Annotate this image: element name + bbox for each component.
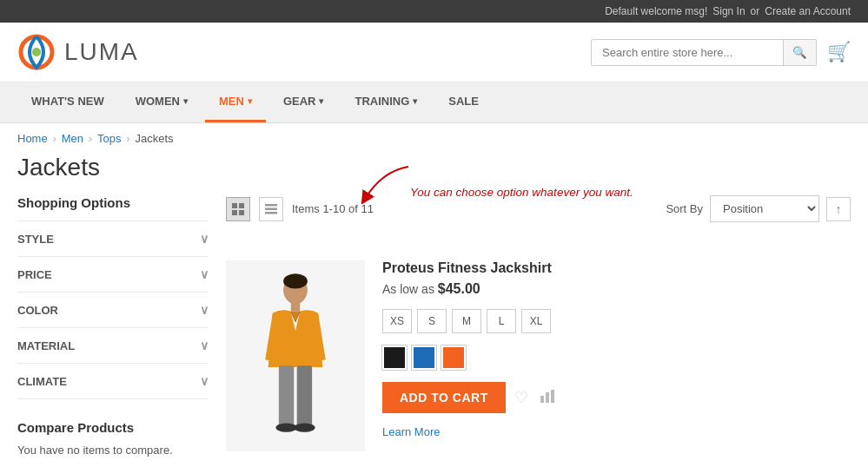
top-bar: Default welcome msg! Sign In or Create a…: [0, 0, 868, 23]
breadcrumb: Home › Men › Tops › Jackets: [0, 123, 868, 154]
price-value: $45.00: [438, 281, 480, 296]
filter-material-label: MATERIAL: [17, 339, 75, 352]
svg-rect-6: [265, 204, 277, 207]
size-l[interactable]: L: [487, 309, 516, 333]
search-input[interactable]: [592, 40, 783, 65]
toolbar: Items 1-10 of 11 Sort By Position Produc…: [226, 195, 851, 233]
color-orange[interactable]: [441, 345, 466, 370]
product-info: Proteus Fitness Jackshirt As low as $45.…: [382, 260, 851, 451]
filter-climate-label: CLIMATE: [17, 375, 67, 388]
sort-label: Sort By: [666, 202, 703, 215]
svg-rect-7: [265, 207, 277, 210]
compare-icon[interactable]: [540, 389, 556, 406]
list-icon: [265, 203, 277, 215]
wishlist-icon[interactable]: ♡: [514, 388, 528, 407]
toolbar-right: Sort By Position Product Name Price ↑: [666, 195, 851, 222]
main-nav: What's New Women ▾ Men ▾ Gear ▾ Training…: [0, 82, 868, 123]
header-right: 🔍 🛒: [591, 39, 851, 66]
cart-icon[interactable]: 🛒: [827, 41, 851, 63]
nav-item-whats-new[interactable]: What's New: [17, 82, 118, 122]
chevron-down-icon: ∨: [200, 339, 209, 352]
color-blue[interactable]: [412, 345, 436, 370]
svg-rect-8: [265, 212, 277, 214]
chevron-down-icon: ▾: [248, 96, 252, 106]
svg-rect-18: [551, 390, 554, 403]
nav-item-men[interactable]: Men ▾: [205, 82, 266, 122]
svg-rect-12: [279, 365, 294, 426]
luma-logo-icon: [17, 33, 56, 71]
items-count: Items 1-10 of 11: [292, 202, 374, 215]
product-area: You can choose option whatever you want.: [226, 195, 851, 465]
product-name: Proteus Fitness Jackshirt: [382, 260, 851, 276]
view-grid-button[interactable]: [226, 197, 250, 221]
svg-point-14: [275, 423, 296, 431]
filter-color[interactable]: COLOR ∨: [17, 293, 209, 328]
breadcrumb-home[interactable]: Home: [17, 132, 48, 145]
filter-style[interactable]: STYLE ∨: [17, 221, 209, 257]
breadcrumb-sep: ›: [89, 133, 92, 145]
product-price: As low as $45.00: [382, 281, 851, 297]
chevron-down-icon: ∨: [200, 267, 209, 281]
breadcrumb-tops[interactable]: Tops: [97, 132, 121, 145]
product-card: Proteus Fitness Jackshirt As low as $45.…: [226, 247, 851, 465]
chevron-down-icon: ∨: [200, 303, 209, 317]
chevron-down-icon: ▾: [413, 96, 417, 106]
size-options: XS S M L XL: [382, 309, 851, 333]
price-label: As low as: [382, 282, 434, 296]
add-to-cart-button[interactable]: Add to Cart: [382, 382, 506, 413]
sort-asc-button[interactable]: ↑: [826, 197, 851, 221]
logo[interactable]: LUMA: [17, 33, 139, 71]
page-title: Jackets: [0, 154, 868, 195]
chevron-down-icon: ∨: [200, 232, 209, 246]
chevron-down-icon: ∨: [200, 374, 209, 388]
main-layout: Shopping Options STYLE ∨ PRICE ∨ COLOR ∨…: [0, 195, 868, 465]
chevron-down-icon: ▾: [319, 96, 323, 106]
svg-rect-2: [232, 203, 237, 208]
compare-title: Compare Products: [17, 420, 209, 435]
breadcrumb-sep: ›: [126, 133, 129, 145]
create-account-link[interactable]: Create an Account: [765, 5, 851, 17]
filter-climate[interactable]: CLIMATE ∨: [17, 364, 209, 399]
toolbar-left: Items 1-10 of 11: [226, 197, 374, 221]
search-button[interactable]: 🔍: [783, 40, 816, 65]
chevron-down-icon: ▾: [183, 96, 188, 106]
color-options: [382, 345, 851, 370]
svg-rect-13: [297, 365, 312, 426]
product-image: [226, 260, 365, 451]
filter-style-label: STYLE: [17, 233, 54, 246]
compare-text: You have no items to compare.: [17, 444, 209, 457]
view-list-button[interactable]: [259, 197, 283, 221]
svg-rect-17: [546, 392, 549, 403]
svg-rect-3: [239, 203, 244, 208]
product-actions: Add to Cart ♡: [382, 382, 851, 413]
product-image-svg: [243, 269, 348, 443]
search-box: 🔍: [591, 39, 817, 66]
svg-rect-5: [239, 210, 244, 215]
size-m[interactable]: M: [452, 309, 481, 333]
grid-icon: [232, 203, 244, 215]
nav-item-sale[interactable]: Sale: [434, 82, 493, 122]
nav-item-gear[interactable]: Gear ▾: [269, 82, 338, 122]
color-black[interactable]: [382, 345, 407, 370]
filter-price[interactable]: PRICE ∨: [17, 257, 209, 293]
breadcrumb-current: Jackets: [135, 132, 173, 145]
breadcrumb-sep: ›: [53, 133, 56, 145]
svg-rect-11: [291, 302, 300, 311]
filter-material[interactable]: MATERIAL ∨: [17, 328, 209, 364]
shopping-options-title: Shopping Options: [17, 195, 209, 221]
filter-price-label: PRICE: [17, 268, 52, 281]
nav-item-women[interactable]: Women ▾: [122, 82, 202, 122]
nav-item-training[interactable]: Training ▾: [341, 82, 431, 122]
sign-in-link[interactable]: Sign In: [712, 5, 745, 17]
size-xs[interactable]: XS: [382, 309, 412, 333]
size-xl[interactable]: XL: [521, 309, 551, 333]
learn-more-link[interactable]: Learn More: [382, 425, 851, 438]
welcome-message: Default welcome msg!: [605, 5, 707, 17]
svg-point-15: [294, 423, 315, 431]
filter-color-label: COLOR: [17, 304, 58, 317]
sort-select[interactable]: Position Product Name Price: [710, 195, 819, 222]
size-s[interactable]: S: [417, 309, 447, 333]
sidebar: Shopping Options STYLE ∨ PRICE ∨ COLOR ∨…: [17, 195, 209, 465]
breadcrumb-men[interactable]: Men: [62, 132, 83, 145]
svg-rect-4: [232, 210, 237, 215]
